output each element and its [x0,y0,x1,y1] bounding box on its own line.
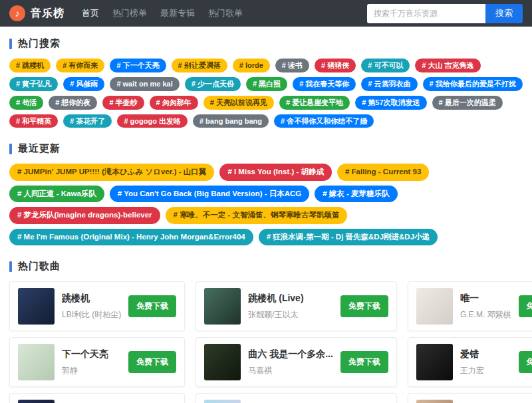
song-card: 79 04 6028 舍得 王唯旖 免费下载 [196,393,397,403]
hot-search-tag[interactable]: # 云裳羽衣曲 [361,77,417,91]
recent-update-tag[interactable]: # Falling - Current 93 [337,164,429,181]
hot-search-tag[interactable]: # 黑白照 [246,77,287,91]
hot-search-tag[interactable]: # 想你的夜 [49,96,97,110]
hot-search-title: 热门搜索 [9,37,523,50]
song-card: 跳楼机 (Live) 张靓颖/王以太 免费下载 [196,281,397,331]
hot-songs-title-text: 热门歌曲 [18,260,61,273]
album-art [18,288,55,325]
hot-search-tag[interactable]: # 半壶纱 [102,96,144,110]
section-recent-updates: 最近更新 # JUMPin' JUMP UP!!!! (滝本ひふみ ソロver.… [9,142,523,245]
hot-search-tag[interactable]: # 读书 [275,59,309,72]
brand[interactable]: ♪ 音乐榜 [9,5,65,21]
song-card: 搀扶 马健涛 免费下载 [9,393,185,403]
song-title: 曲六 我是一个多余... [248,348,333,360]
song-card: 爱错 王力宏 免费下载 [408,337,532,387]
song-card: 曲六 我是一个多余... 马嘉祺 免费下载 [196,337,397,387]
download-button[interactable]: 免费下载 [340,351,388,373]
download-button[interactable]: 免费下载 [519,351,532,373]
song-artist: 张靓颖/王以太 [248,309,333,321]
hot-search-tag[interactable]: # 别让爱凋落 [172,59,227,72]
nav-link[interactable]: 热门歌单 [208,7,243,19]
recent-update-tag[interactable]: # JUMPin' JUMP UP!!!! (滝本ひふみ ソロver.) - 山… [9,164,214,181]
album-art [416,288,453,325]
hot-search-tag[interactable]: # 下一个天亮 [110,59,166,72]
recent-update-tag[interactable]: # 梦龙乐队(imagine dragons)-believer [9,207,160,224]
recent-update-tag[interactable]: # 寒唯、不一定 - 文智涌笛、钢琴寒唯古琴凯颂笛 [166,207,348,224]
song-meta: 下一个天亮 郭静 [62,348,121,376]
song-card: 下一个天亮 郭静 免费下载 [9,337,185,387]
hot-search-tag[interactable]: # gogogo 出发咯 [117,114,188,128]
recent-updates-title: 最近更新 [9,142,523,155]
hot-search-tag[interactable]: # 黄子弘凡 [9,77,58,91]
song-artist: 王力宏 [460,365,511,376]
song-title: 跳楼机 [62,293,121,305]
recent-update-tag[interactable]: # 嫁衣 - 麦芽糖乐队 [315,186,397,203]
search-input[interactable] [367,4,485,23]
song-grid: 跳楼机 LBI利比 (时柏尘) 免费下载 跳楼机 (Live) 张靓颖/王以太 … [9,281,523,403]
hot-search-tag[interactable]: # 和平精英 [9,114,58,128]
song-artist: 马嘉祺 [248,365,333,376]
download-button[interactable]: 免费下载 [519,295,532,317]
song-title: 跳楼机 (Live) [248,293,333,305]
download-button[interactable]: 免费下载 [128,351,176,373]
hot-search-tag[interactable]: # 舍不得你又和你结不了婚 [274,114,374,128]
album-art [18,344,55,380]
navbar: ♪ 音乐榜 首页 热门榜单 最新专辑 热门歌单 搜索 [0,0,532,27]
nav-links: 首页 热门榜单 最新专辑 热门歌单 [82,7,243,19]
recent-update-tag[interactable]: # 人间正道 - Kawa乐队 [9,186,104,203]
nav-link[interactable]: 首页 [82,7,99,19]
brand-title: 音乐榜 [31,7,65,21]
hot-search-tag[interactable]: # lorde [233,59,270,72]
hot-search-tag[interactable]: # 匆匆那年 [150,96,198,110]
hot-search-tag[interactable]: # 苟活 [9,96,43,110]
hot-search-tag[interactable]: # 爱让悬崖变平地 [279,96,350,110]
hot-songs-title: 热门歌曲 [9,260,523,273]
hot-search-tag[interactable]: # 有你而来 [56,59,104,72]
hot-search-tag[interactable]: # 少一点天份 [185,77,241,91]
song-artist: G.E.M. 邓紫棋 [460,309,511,321]
hot-search-tag[interactable]: # 最后一次的温柔 [432,96,503,110]
nav-link[interactable]: 最新专辑 [160,7,195,19]
hot-search-tag[interactable]: # 大山 吉克隽逸 [415,59,480,72]
search-button[interactable]: 搜索 [485,4,523,23]
section-hot-songs: 热门歌曲 跳楼机 LBI利比 (时柏尘) 免费下载 [9,260,523,403]
download-button[interactable]: 免费下载 [128,295,176,317]
nav-link[interactable]: 热门榜单 [112,7,147,19]
recent-update-tag[interactable]: # I Miss You (Inst.) - 胡静成 [219,164,332,181]
section-accent-bar [9,144,12,154]
song-meta: 爱错 王力宏 [460,348,511,376]
hot-search-tag[interactable]: # 第57次取消发送 [355,96,426,110]
song-card: 跳楼机 LBI利比 (时柏尘) 免费下载 [9,281,185,331]
hot-search-tag[interactable]: # wait on me kai [110,77,179,91]
music-note-logo-icon: ♪ [9,5,25,21]
album-art [18,400,55,403]
download-button[interactable]: 免费下载 [340,295,388,317]
song-card: 我怀念的 孙燕姿 免费下载 [408,393,532,403]
recent-update-tag[interactable]: # 狂浪水调-第一期 - Dj 晋先森&DJ刚进&DJ小递 [259,229,438,246]
recent-update-tag[interactable]: # Me I'm Famous (Original Mix) - Henry J… [9,229,253,246]
recent-update-tag[interactable]: # You Can't Go Back (Big Band Version) -… [110,186,309,203]
hot-search-tag[interactable]: # 天亮以前说再见 [203,96,274,110]
song-meta: 跳楼机 LBI利比 (时柏尘) [62,293,121,321]
song-card: 唯一 G.E.M. 邓紫棋 免费下载 [408,281,532,331]
hot-search-tag[interactable]: # 猪猪侠 [315,59,356,72]
hot-search-tag[interactable]: # 跳楼机 [9,59,51,72]
hot-search-tag[interactable]: # 茶花开了 [63,114,112,128]
song-meta: 跳楼机 (Live) 张靓颖/王以太 [248,293,333,321]
song-meta: 唯一 G.E.M. 邓紫棋 [460,293,511,321]
song-artist: LBI利比 (时柏尘) [62,309,121,321]
recent-update-tags: # JUMPin' JUMP UP!!!! (滝本ひふみ ソロver.) - 山… [9,164,523,245]
album-art: 79 04 6028 [204,400,241,403]
song-meta: 曲六 我是一个多余... 马嘉祺 [248,348,333,376]
album-art [204,288,241,325]
section-accent-bar [9,39,12,49]
song-title: 下一个天亮 [62,348,121,360]
hot-search-tag[interactable]: # 我在春天等你 [293,77,356,91]
hot-search-title-text: 热门搜索 [18,37,61,50]
song-title: 爱错 [460,348,511,360]
hot-search-tags: # 跳楼机 # 有你而来 # 下一个天亮 # 别让爱凋落 # lorde # 读… [9,59,523,128]
hot-search-tag[interactable]: # 风催雨 [63,77,104,91]
hot-search-tag[interactable]: # 可不可以 [361,59,410,72]
hot-search-tag[interactable]: # bang bang bang [193,114,269,128]
hot-search-tag[interactable]: # 我给你最后的爱是不打扰 [423,77,523,91]
